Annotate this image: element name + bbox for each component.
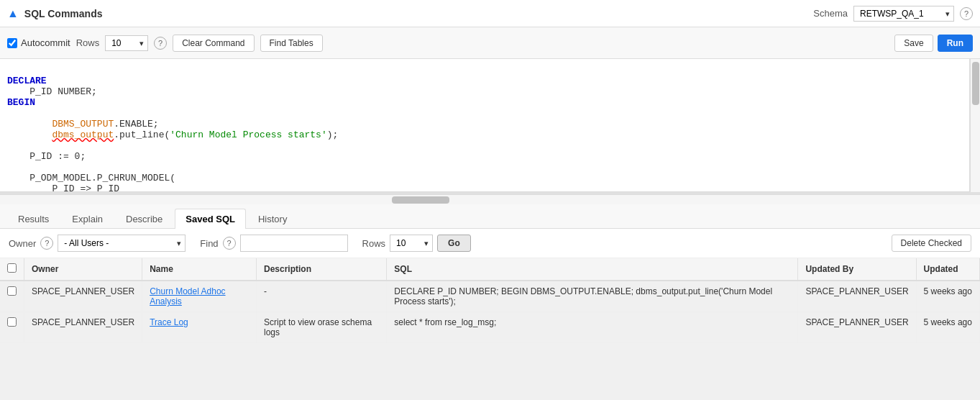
autocommit-checkbox[interactable]: [7, 38, 17, 48]
page-title: SQL Commands: [24, 8, 103, 19]
rows-label: Rows: [76, 37, 100, 48]
schema-label: Schema: [813, 8, 848, 19]
cell-updated-0: 5 weeks ago: [916, 281, 979, 312]
scroll-thumb-h[interactable]: [392, 196, 449, 204]
rows2-select[interactable]: 102550100: [390, 235, 433, 252]
select-all-checkbox[interactable]: [7, 263, 17, 273]
rows2-select-wrapper: 102550100: [390, 235, 433, 252]
rows-select-wrapper: 102550100: [105, 35, 148, 51]
th-name: Name: [142, 258, 257, 281]
table-area: Owner Name Description SQL Updated By Up…: [0, 258, 980, 400]
find-input[interactable]: [240, 235, 348, 252]
th-checkbox: [0, 258, 24, 281]
th-description: Description: [257, 258, 387, 281]
table-row: SPACE_PLANNER_USER Churn Model Adhoc Ana…: [0, 281, 980, 312]
cell-updatedby-0: SPACE_PLANNER_USER: [798, 281, 916, 312]
row-checkbox-cell: [0, 281, 24, 312]
schema-select[interactable]: RETWSP_QA_1: [853, 6, 954, 22]
find-label: Find: [200, 238, 218, 249]
tab-saved-sql[interactable]: Saved SQL: [175, 209, 246, 229]
scroll-thumb-v[interactable]: [972, 62, 979, 105]
header-left: ▲ SQL Commands: [7, 7, 103, 20]
row-checkbox-cell: [0, 312, 24, 343]
find-field-group: Find ?: [200, 235, 347, 252]
cell-updatedby-1: SPACE_PLANNER_USER: [798, 312, 916, 343]
owner-label: Owner: [9, 238, 36, 249]
cell-owner-0: SPACE_PLANNER_USER: [24, 281, 142, 312]
rows2-label: Rows: [362, 238, 386, 249]
table-body: SPACE_PLANNER_USER Churn Model Adhoc Ana…: [0, 281, 980, 343]
saved-sql-table: Owner Name Description SQL Updated By Up…: [0, 258, 980, 343]
saved-sql-toolbar: Owner ? - All Users - SPACE_PLANNER_USER…: [0, 229, 980, 258]
table-header-row: Owner Name Description SQL Updated By Up…: [0, 258, 980, 281]
th-owner: Owner: [24, 258, 142, 281]
delete-checked-button[interactable]: Delete Checked: [892, 235, 971, 252]
owner-help-icon[interactable]: ?: [40, 237, 53, 250]
cell-owner-1: SPACE_PLANNER_USER: [24, 312, 142, 343]
main-container: ▲ SQL Commands Schema RETWSP_QA_1 ? Auto…: [0, 0, 980, 400]
header-right: Schema RETWSP_QA_1 ?: [813, 6, 973, 22]
upload-icon: ▲: [7, 7, 19, 20]
tabs-bar: Results Explain Describe Saved SQL Histo…: [0, 204, 980, 229]
cell-name-0[interactable]: Churn Model Adhoc Analysis: [142, 281, 257, 312]
tab-history[interactable]: History: [247, 209, 298, 229]
cell-name-1[interactable]: Trace Log: [142, 312, 257, 343]
table-row: SPACE_PLANNER_USER Trace Log Script to v…: [0, 312, 980, 343]
run-button[interactable]: Run: [938, 35, 973, 52]
th-updated: Updated: [916, 258, 979, 281]
toolbar: Autocommit Rows 102550100 ? Clear Comman…: [0, 27, 980, 59]
vertical-scrollbar[interactable]: [970, 59, 980, 192]
tab-results[interactable]: Results: [7, 209, 60, 229]
header-help-icon[interactable]: ?: [960, 7, 973, 20]
cell-desc-1: Script to view orase schema logs: [257, 312, 387, 343]
tab-describe[interactable]: Describe: [115, 209, 173, 229]
owner-select-wrapper: - All Users - SPACE_PLANNER_USER: [58, 235, 186, 252]
code-editor[interactable]: DECLARE P_ID NUMBER; BEGIN DBMS_OUTPUT.E…: [0, 59, 970, 192]
th-sql: SQL: [387, 258, 798, 281]
find-help-icon[interactable]: ?: [223, 237, 236, 250]
header: ▲ SQL Commands Schema RETWSP_QA_1 ?: [0, 0, 980, 27]
rows-field-group: Rows 102550100 Go: [362, 235, 471, 252]
save-button[interactable]: Save: [894, 35, 933, 52]
find-tables-button[interactable]: Find Tables: [260, 35, 323, 52]
th-updated-by: Updated By: [798, 258, 916, 281]
cell-updated-1: 5 weeks ago: [916, 312, 979, 343]
cell-sql-1: select * from rse_log_msg;: [387, 312, 798, 343]
toolbar-help-icon[interactable]: ?: [154, 37, 167, 50]
cell-sql-0: DECLARE P_ID NUMBER; BEGIN DBMS_OUTPUT.E…: [387, 281, 798, 312]
toolbar-right: Save Run: [894, 35, 973, 52]
cell-desc-0: -: [257, 281, 387, 312]
owner-select[interactable]: - All Users - SPACE_PLANNER_USER: [58, 235, 186, 252]
editor-container: DECLARE P_ID NUMBER; BEGIN DBMS_OUTPUT.E…: [0, 59, 980, 194]
clear-command-button[interactable]: Clear Command: [173, 35, 254, 52]
owner-field-group: Owner ? - All Users - SPACE_PLANNER_USER: [9, 235, 186, 252]
row-checkbox-0[interactable]: [7, 286, 17, 296]
row-checkbox-1[interactable]: [7, 317, 17, 327]
horizontal-scrollbar[interactable]: [0, 194, 980, 204]
go-button[interactable]: Go: [437, 235, 471, 252]
rows-select[interactable]: 102550100: [105, 35, 148, 51]
bottom-panel: Results Explain Describe Saved SQL Histo…: [0, 204, 980, 400]
tab-explain[interactable]: Explain: [61, 209, 114, 229]
autocommit-label: Autocommit: [7, 37, 70, 48]
schema-select-wrapper: RETWSP_QA_1: [853, 6, 954, 22]
